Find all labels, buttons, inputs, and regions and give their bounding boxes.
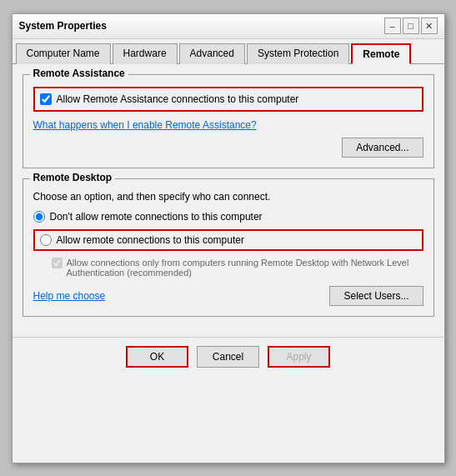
remote-desktop-title: Remote Desktop [30, 172, 116, 183]
remote-assistance-help-link[interactable]: What happens when I enable Remote Assist… [33, 119, 257, 131]
close-button[interactable]: ✕ [421, 18, 438, 34]
footer: OK Cancel Apply [13, 337, 444, 376]
help-me-choose-link[interactable]: Help me choose [33, 290, 106, 302]
system-properties-window: System Properties – □ ✕ Computer Name Ha… [12, 13, 445, 463]
tab-hardware[interactable]: Hardware [113, 43, 178, 64]
allow-remote-assistance-row: Allow Remote Assistance connections to t… [33, 87, 423, 112]
remote-desktop-description: Choose an option, and then specify who c… [33, 191, 423, 203]
dont-allow-label: Don't allow remote connections to this c… [50, 211, 263, 223]
minimize-button[interactable]: – [384, 18, 401, 34]
tab-computer-name[interactable]: Computer Name [16, 43, 111, 64]
apply-button[interactable]: Apply [268, 346, 330, 368]
maximize-button[interactable]: □ [403, 18, 419, 34]
ok-button[interactable]: OK [126, 346, 188, 368]
window-title: System Properties [19, 20, 107, 32]
remote-assistance-content: Allow Remote Assistance connections to t… [33, 87, 423, 158]
remote-desktop-group: Remote Desktop Choose an option, and the… [23, 178, 434, 317]
remote-assistance-title: Remote Assistance [30, 68, 128, 79]
title-bar: System Properties – □ ✕ [13, 14, 444, 39]
nla-option-row: Allow connections only from computers ru… [52, 258, 423, 278]
allow-remote-assistance-label: Allow Remote Assistance connections to t… [57, 93, 299, 105]
allow-remote-radio[interactable] [40, 234, 52, 246]
window-controls: – □ ✕ [384, 18, 438, 34]
advanced-button[interactable]: Advanced... [342, 138, 423, 158]
tab-advanced[interactable]: Advanced [179, 43, 245, 64]
select-users-button[interactable]: Select Users... [329, 286, 423, 306]
nla-checkbox[interactable] [52, 258, 63, 268]
allow-remote-assistance-checkbox[interactable] [40, 93, 52, 105]
advanced-button-row: Advanced... [33, 138, 423, 158]
dont-allow-radio-row: Don't allow remote connections to this c… [33, 211, 423, 223]
remote-desktop-bottom-row: Help me choose Select Users... [33, 286, 423, 306]
tab-bar: Computer Name Hardware Advanced System P… [13, 39, 444, 64]
dont-allow-radio[interactable] [33, 211, 45, 223]
tab-content: Remote Assistance Allow Remote Assistanc… [13, 64, 444, 337]
allow-remote-radio-row: Allow remote connections to this compute… [33, 229, 423, 251]
tab-system-protection[interactable]: System Protection [247, 43, 349, 64]
cancel-button[interactable]: Cancel [197, 346, 259, 368]
nla-label: Allow connections only from computers ru… [67, 258, 423, 278]
tab-remote[interactable]: Remote [351, 43, 411, 64]
allow-remote-label: Allow remote connections to this compute… [57, 234, 244, 246]
remote-desktop-content: Choose an option, and then specify who c… [33, 191, 423, 306]
remote-assistance-group: Remote Assistance Allow Remote Assistanc… [23, 74, 434, 168]
